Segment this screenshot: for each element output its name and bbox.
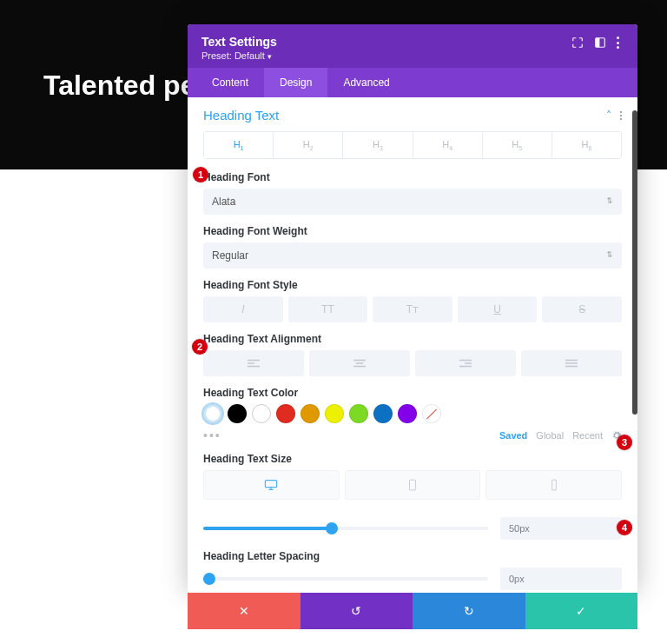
swatch-source-links: Saved Global Recent — [499, 430, 622, 441]
device-desktop-tab[interactable] — [203, 470, 340, 500]
label-text-color: Heading Text Color — [203, 387, 622, 399]
redo-button[interactable]: ↻ — [413, 593, 525, 629]
h-tab-h6[interactable]: H6 — [552, 132, 621, 158]
modal-footer: ✕ ↺ ↻ ✓ — [188, 593, 637, 629]
h-tab-h5[interactable]: H5 — [483, 132, 552, 158]
smallcaps-button[interactable]: Tᴛ — [373, 296, 452, 322]
save-button[interactable]: ✓ — [525, 593, 638, 629]
scrollbar[interactable] — [632, 110, 637, 415]
svg-rect-4 — [551, 480, 556, 490]
h-tab-h3[interactable]: H3 — [343, 132, 413, 158]
swatch-orange[interactable] — [300, 404, 320, 423]
letter-spacing-slider[interactable] — [203, 577, 488, 581]
underline-button[interactable]: U — [458, 296, 538, 322]
italic-button[interactable]: I — [203, 296, 283, 322]
device-tabs — [203, 470, 622, 500]
swatch-current[interactable] — [203, 404, 222, 423]
modal-header: Text Settings Preset: Default — [188, 24, 637, 68]
tab-design[interactable]: Design — [264, 68, 327, 97]
label-text-align: Heading Text Alignment — [203, 333, 622, 345]
align-right-button[interactable] — [415, 350, 516, 376]
text-size-input[interactable]: 50px — [500, 517, 622, 540]
swatch-none[interactable] — [422, 404, 441, 423]
undo-button[interactable]: ↺ — [300, 593, 413, 629]
heading-font-select[interactable]: Alata — [203, 189, 622, 215]
chevron-up-icon[interactable]: ˄ — [606, 110, 611, 122]
letter-spacing-row: 0px — [203, 568, 622, 590]
preset-label: Preset: — [201, 50, 232, 61]
text-size-slider[interactable] — [203, 527, 488, 530]
annotation-marker-1: 1 — [193, 167, 208, 183]
section-title: Heading Text — [203, 108, 279, 123]
color-swatches — [203, 404, 622, 423]
settings-tabs: Content Design Advanced — [188, 68, 637, 97]
swatch-link-saved[interactable]: Saved — [499, 430, 527, 441]
header-icons — [571, 37, 629, 49]
swatch-black[interactable] — [228, 404, 247, 423]
label-letter-spacing: Heading Letter Spacing — [203, 550, 622, 562]
tab-advanced[interactable]: Advanced — [327, 68, 405, 97]
label-text-size: Heading Text Size — [203, 453, 622, 465]
cancel-button[interactable]: ✕ — [188, 593, 300, 629]
align-left-button[interactable] — [203, 350, 304, 376]
swatch-link-global[interactable]: Global — [536, 430, 564, 441]
align-justify-button[interactable] — [521, 350, 622, 376]
annotation-marker-2: 2 — [192, 339, 208, 355]
swatch-link-recent[interactable]: Recent — [572, 430, 603, 441]
section-kebab-icon[interactable] — [620, 111, 622, 120]
annotation-marker-3: 3 — [617, 435, 632, 450]
panel-icon[interactable] — [594, 37, 606, 49]
caret-down-icon — [267, 50, 272, 61]
preset-selector[interactable]: Preset: Default — [201, 50, 624, 61]
h-tab-h1[interactable]: H1 — [204, 132, 274, 158]
device-tablet-tab[interactable] — [345, 470, 481, 500]
text-size-row: 50px — [203, 517, 622, 540]
label-font-weight: Heading Font Weight — [203, 225, 622, 237]
svg-rect-3 — [410, 480, 416, 490]
tab-content[interactable]: Content — [196, 68, 264, 97]
swatch-blue[interactable] — [373, 404, 393, 423]
font-weight-select[interactable]: Regular — [203, 242, 622, 269]
expand-icon[interactable] — [571, 37, 584, 49]
swatch-green[interactable] — [349, 404, 368, 423]
svg-rect-1 — [596, 38, 600, 48]
h-tab-h2[interactable]: H2 — [274, 132, 343, 158]
letter-spacing-input[interactable]: 0px — [500, 568, 622, 590]
panel-body: Heading Text ˄ H1 H2 H3 H4 H5 H6 Heading… — [188, 97, 637, 593]
text-settings-modal: Text Settings Preset: Default Content De… — [188, 24, 637, 593]
svg-rect-2 — [266, 481, 277, 488]
swatch-red[interactable] — [276, 404, 295, 423]
device-phone-tab[interactable] — [485, 470, 622, 500]
align-center-button[interactable] — [309, 350, 410, 376]
h-tab-h4[interactable]: H4 — [413, 132, 483, 158]
uppercase-button[interactable]: TT — [288, 296, 368, 322]
modal-title: Text Settings — [201, 35, 624, 49]
label-font-style: Heading Font Style — [203, 279, 622, 291]
heading-level-tabs: H1 H2 H3 H4 H5 H6 — [203, 131, 622, 159]
more-swatches-icon[interactable]: ••• — [203, 428, 221, 442]
swatch-yellow[interactable] — [325, 404, 344, 423]
swatch-purple[interactable] — [398, 404, 417, 423]
strikethrough-button[interactable]: S — [542, 296, 622, 322]
section-header[interactable]: Heading Text ˄ — [203, 108, 622, 123]
font-style-buttons: I TT Tᴛ U S — [203, 296, 622, 322]
annotation-marker-4: 4 — [617, 520, 632, 535]
alignment-buttons — [203, 350, 622, 376]
swatch-white[interactable] — [252, 404, 271, 423]
preset-value: Default — [234, 50, 265, 61]
kebab-icon[interactable] — [617, 37, 629, 49]
label-heading-font: Heading Font — [203, 171, 622, 183]
